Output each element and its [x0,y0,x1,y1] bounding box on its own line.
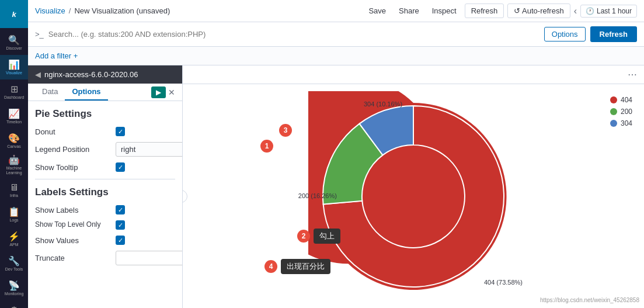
annotation-tooltip-2: 勾上 [314,229,340,244]
legend-position-select[interactable]: right top left bottom [116,142,182,157]
show-top-level-row: Show Top Level Only [35,220,175,230]
time-range-label: Last 1 hour [597,7,632,15]
tab-options[interactable]: Options [65,84,107,101]
auto-refresh-icon: ↺ [514,6,520,15]
legend-dot-404 [610,96,617,103]
breadcrumb-current: New Visualization (unsaved) [74,6,170,15]
sidebar-item-visualize[interactable]: 📊 Visualize [0,55,28,79]
pie-settings-title: Pie Settings [35,108,175,120]
sidebar-item-management[interactable]: ⚙ Management [0,300,28,308]
sidebar-item-canvas[interactable]: 🎨 Canvas [0,129,28,153]
add-filter-icon: + [74,51,78,60]
sidebar-item-monitoring-label: Monitoring [5,292,24,296]
show-values-checkbox[interactable] [116,236,125,245]
show-values-label: Show Values [35,236,111,245]
dashboard-icon: ⊞ [11,85,18,94]
infrastructure-icon: 🖥 [9,183,19,192]
sidebar-item-timelion-label: Timelion [6,120,22,124]
sidebar-item-monitoring[interactable]: 📡 Monitoring [0,276,28,300]
show-labels-checkbox[interactable] [116,205,125,214]
sidebar-item-infrastructure[interactable]: 🖥 Infra [0,178,28,202]
close-panel-button[interactable]: ✕ [168,88,175,97]
donut-chart-main: .seg { stroke: white; stroke-width: 2; } [314,97,513,296]
sidebar-item-infrastructure-label: Infra [10,193,18,198]
sidebar-item-ml-label: Machine Learning [0,166,28,175]
annotation-3: 3 [279,124,292,137]
sidebar-item-devtools[interactable]: 🔧 Dev Tools [0,251,28,276]
nav-prev-icon[interactable]: ‹ [574,6,577,16]
apm-icon: ⚡ [8,232,20,241]
donut-setting-row: Donut [35,127,175,136]
panel-tab-actions: ▶ ✕ [151,84,175,101]
legend-label-404: 404 [621,96,632,104]
viz-toolbar: ⋯ [183,65,644,84]
sidebar-item-discover-label: Discover [6,46,22,50]
left-panel: ◀ nginx-access-6.6.0-2020.06 Data Option… [28,65,183,308]
devtools-icon: 🔧 [8,257,20,266]
labels-settings-title: Labels Settings [35,186,175,198]
legend-item-304: 304 [610,119,632,127]
legend-label-200: 200 [621,108,632,116]
url-watermark: https://blog.csdn.net/weixin_45262858 [540,297,639,303]
auto-refresh-label: Auto-refresh [522,6,564,15]
donut-checkbox[interactable] [116,127,125,136]
search-input[interactable] [48,30,539,39]
share-button[interactable]: Share [394,4,424,18]
show-top-level-checkbox[interactable] [116,220,125,230]
toolbar-icon-btn-1[interactable]: ⋯ [625,68,639,81]
management-icon: ⚙ [10,306,18,309]
top-bar-actions: Save Share Inspect Refresh ↺ Auto-refres… [364,4,637,18]
sidebar-item-dashboard[interactable]: ⊞ Dashboard [0,79,28,104]
clock-icon: 🕐 [586,7,594,15]
add-filter-button[interactable]: Add a filter + [35,51,78,60]
truncate-input[interactable]: 100 [116,251,182,265]
discover-icon: 🔍 [8,36,20,45]
options-button[interactable]: Options [544,27,586,41]
sidebar-nav: 🔍 Discover 📊 Visualize ⊞ Dashboard 📈 Tim… [0,28,28,308]
sidebar-item-ml[interactable]: 🤖 Machine Learning [0,153,28,178]
top-bar: Visualize / New Visualization (unsaved) … [28,0,644,22]
time-range-picker[interactable]: 🕐 Last 1 hour [580,5,637,18]
collapse-panel-button[interactable]: ‹ [183,190,187,203]
viz-content: ‹ [183,84,644,308]
sidebar-item-apm[interactable]: ⚡ APM [0,227,28,251]
sidebar-item-logs-label: Logs [9,218,18,222]
logs-icon: 📋 [8,207,20,217]
visualize-icon: 📊 [8,60,20,70]
search-prompt: >_ [35,30,44,39]
show-labels-label: Show Labels [35,206,111,214]
timelion-icon: 📈 [8,109,20,119]
truncate-row: Truncate 100 [35,251,175,265]
search-bar: >_ Options Refresh [28,22,644,47]
sidebar-item-dashboard-label: Dashboard [4,95,24,99]
legend-item-200: 200 [610,108,632,116]
sidebar-item-discover[interactable]: 🔍 Discover [0,30,28,55]
editor-area: ◀ nginx-access-6.6.0-2020.06 Data Option… [28,65,644,308]
annotation-badge-1: 1 [260,140,273,153]
legend-dot-304 [610,120,617,127]
annotation-tooltip-4: 出现百分比 [281,259,330,274]
show-tooltip-row: Show Tooltip [35,162,175,172]
annotation-2: 2 勾上 [297,229,340,244]
collapse-index-icon[interactable]: ◀ [35,70,41,79]
search-refresh-button[interactable]: Refresh [590,26,637,42]
sidebar-item-devtools-label: Dev Tools [5,267,23,271]
annotation-badge-2: 2 [297,230,310,243]
show-values-row: Show Values [35,236,175,245]
show-tooltip-checkbox[interactable] [116,162,125,172]
breadcrumb-root[interactable]: Visualize [35,6,65,15]
settings-panel: Pie Settings Donut Legend Position right… [28,101,182,308]
refresh-button[interactable]: Refresh [465,4,504,18]
sidebar-item-logs[interactable]: 📋 Logs [0,202,28,227]
tab-data[interactable]: Data [35,84,65,101]
kibana-logo[interactable]: k [0,0,28,28]
auto-refresh-button[interactable]: ↺ Auto-refresh [507,4,570,18]
save-button[interactable]: Save [364,4,391,18]
sidebar-item-visualize-label: Visualize [6,71,22,75]
run-button[interactable]: ▶ [151,86,166,98]
sidebar-item-timelion[interactable]: 📈 Timelion [0,104,28,129]
inspect-button[interactable]: Inspect [427,4,461,18]
annotation-badge-4: 4 [264,260,277,273]
panel-tabs: Data Options ▶ ✕ [28,84,182,101]
truncate-label: Truncate [35,254,111,262]
